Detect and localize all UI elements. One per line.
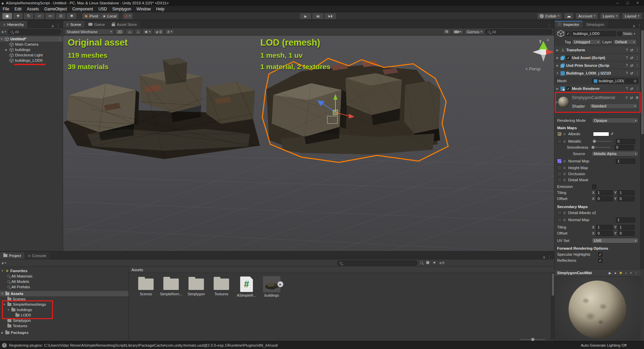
rotate-tool-button[interactable]: ↻: [23, 13, 34, 19]
account-dropdown[interactable]: Account▾: [576, 13, 598, 19]
preview-lighting-icon[interactable]: ✱: [620, 271, 622, 275]
hierarchy-item-directional-light[interactable]: Directional Light: [0, 52, 63, 58]
maximize-button[interactable]: □: [623, 0, 633, 6]
secondary-tiling-y-field[interactable]: 1: [618, 225, 635, 230]
tree-simpleremeshings[interactable]: ▼ SimpleRemeshings: [0, 302, 554, 307]
hidden-objects-toggle[interactable]: ø 0: [154, 29, 164, 35]
create-plus-button[interactable]: +: [1, 29, 4, 35]
hierarchy-scene-row[interactable]: ▼ Untitled* ⋮: [0, 36, 63, 42]
foldout-closed-icon[interactable]: ▶: [5, 48, 8, 51]
search-by-label-icon[interactable]: [426, 261, 429, 264]
hierarchy-item-buildings-lod0[interactable]: buildings_LOD0: [0, 58, 63, 63]
kebab-menu-icon[interactable]: ⋮: [547, 23, 551, 28]
scene-orientation-gizmo[interactable]: y x: [533, 39, 554, 62]
component-usd-prim-source[interactable]: ▶ Usd Prim Source (Scrip ?⇄⋮: [554, 62, 641, 69]
offset-y-field[interactable]: 0: [618, 196, 635, 201]
component-enabled-checkbox[interactable]: ✓: [566, 87, 571, 91]
uv-set-dropdown[interactable]: UV0▾: [592, 238, 638, 243]
presets-icon[interactable]: ⇄: [630, 71, 633, 76]
help-icon[interactable]: ?: [626, 87, 628, 91]
help-icon[interactable]: ?: [626, 63, 628, 67]
project-grid-scrollbar[interactable]: [551, 273, 554, 340]
kebab-menu-icon[interactable]: ⋮: [636, 56, 639, 60]
component-transform[interactable]: ▶ Transform ?⇄⋮: [554, 46, 641, 54]
scene-search-input[interactable]: [492, 30, 550, 34]
asset-tile-simpleremeshings[interactable]: SimpleRem...: [159, 276, 183, 296]
custom-tool-button[interactable]: ✱: [66, 13, 77, 19]
scene-canvas[interactable]: y x a Original asset 119 meshes 39 mater…: [63, 36, 554, 251]
lock-icon[interactable]: a: [633, 24, 635, 28]
texture-target-icon[interactable]: ◎: [563, 178, 567, 182]
presets-icon[interactable]: ⇄: [630, 63, 633, 68]
kebab-menu-icon[interactable]: ⋮: [636, 71, 639, 76]
collab-dropdown[interactable]: ✓ Collab ▾: [537, 13, 562, 19]
hierarchy-item-main-camera[interactable]: Main Camera: [0, 42, 63, 47]
kebab-menu-icon[interactable]: ⋮: [636, 48, 639, 52]
pause-button[interactable]: ▮▮: [312, 13, 324, 19]
foldout-closed-icon[interactable]: ▶: [556, 49, 559, 52]
preview-sphere-icon[interactable]: ●: [614, 271, 616, 275]
presets-icon[interactable]: ⇄: [630, 48, 633, 52]
height-map-texture-thumb[interactable]: [557, 165, 562, 170]
presets-icon[interactable]: ⇄: [630, 96, 633, 100]
move-tool-button[interactable]: ✚: [13, 13, 23, 19]
tab-scene[interactable]: # Scene: [63, 21, 85, 28]
source-dropdown[interactable]: Metallic Alpha▾: [592, 151, 638, 156]
kebab-menu-icon[interactable]: ⋮: [636, 63, 639, 68]
secondary-normal-value-field[interactable]: 1: [616, 217, 635, 222]
lock-icon[interactable]: a: [543, 255, 545, 259]
help-icon[interactable]: ?: [626, 48, 628, 52]
lod-remesh-model[interactable]: [262, 58, 448, 162]
expand-subassets-icon[interactable]: ▶: [277, 281, 283, 287]
layers-dropdown[interactable]: Layers▾: [600, 13, 620, 19]
material-preview-header[interactable]: SimplygonCastMat ▶ ● ✱ ◐ ▾ ⋮: [554, 269, 641, 277]
foldout-open-icon[interactable]: ▼: [1, 269, 4, 272]
asset-tile-simplygon[interactable]: Simplygon: [184, 276, 208, 296]
metallic-texture-thumb[interactable]: [557, 139, 562, 144]
transform-tool-button[interactable]: ⊡: [56, 13, 66, 19]
asset-tile-script[interactable]: # ASimpleR...: [235, 276, 258, 297]
texture-target-icon[interactable]: ◎: [563, 166, 567, 169]
active-checkbox[interactable]: ✓: [566, 32, 570, 36]
tree-buildings[interactable]: ▼ buildings: [0, 307, 554, 312]
detail-albedo-texture-thumb[interactable]: [557, 210, 562, 215]
hierarchy-item-buildings[interactable]: ▶ buildings: [0, 47, 63, 52]
menu-file[interactable]: File: [0, 6, 12, 12]
grid-visibility-dropdown[interactable]: # ▾: [165, 29, 174, 35]
asset-tile-textures[interactable]: Textures: [210, 276, 233, 296]
tree-lod0[interactable]: LOD0: [0, 312, 554, 318]
hierarchy-search[interactable]: [8, 29, 61, 35]
rect-tool-button[interactable]: ▭: [45, 13, 55, 19]
scene-audio-toggle[interactable]: ♪: [135, 29, 142, 35]
secondary-offset-y-field[interactable]: 0: [618, 231, 635, 236]
view-lock-icon[interactable]: a: [547, 38, 549, 42]
tiling-y-field[interactable]: 1: [618, 190, 635, 195]
detail-mask-texture-thumb[interactable]: [557, 178, 562, 182]
tab-project[interactable]: Project: [0, 252, 24, 259]
minimize-button[interactable]: –: [612, 0, 623, 6]
texture-target-icon[interactable]: ◎: [563, 140, 567, 143]
layer-dropdown[interactable]: Default▾: [613, 39, 637, 45]
persp-toggle[interactable]: < Persp: [525, 66, 554, 71]
original-asset-model[interactable]: [64, 58, 260, 159]
hierarchy-search-input[interactable]: [15, 30, 59, 34]
grid-snapping-button[interactable]: # ▾: [122, 13, 133, 19]
eyedropper-icon[interactable]: ✎: [610, 132, 613, 136]
status-message[interactable]: Registering plugins: C:\Users\Vidar Rinn…: [9, 343, 278, 347]
offset-x-field[interactable]: 0: [596, 196, 613, 201]
preview-environment-icon[interactable]: ◐: [625, 271, 627, 275]
smoothness-value-field[interactable]: 0: [614, 145, 634, 150]
inspector-scrollbar[interactable]: [640, 28, 644, 269]
create-plus-button[interactable]: +: [1, 260, 4, 266]
kebab-menu-icon[interactable]: ⋮: [638, 23, 641, 28]
static-dropdown-icon[interactable]: ▾: [634, 32, 635, 35]
mesh-object-field[interactable]: buildings_LOD( ⊙: [592, 79, 638, 84]
close-button[interactable]: ×: [633, 0, 643, 6]
pivot-toggle[interactable]: ▣ Pivot: [82, 13, 101, 19]
project-search-input[interactable]: [344, 261, 415, 265]
metallic-slider[interactable]: [593, 141, 612, 142]
tab-game[interactable]: Game: [85, 21, 108, 28]
reflections-checkbox[interactable]: ✓: [598, 258, 602, 263]
tree-textures[interactable]: Textures: [0, 323, 554, 329]
foldout-open-icon[interactable]: ▼: [556, 72, 559, 75]
